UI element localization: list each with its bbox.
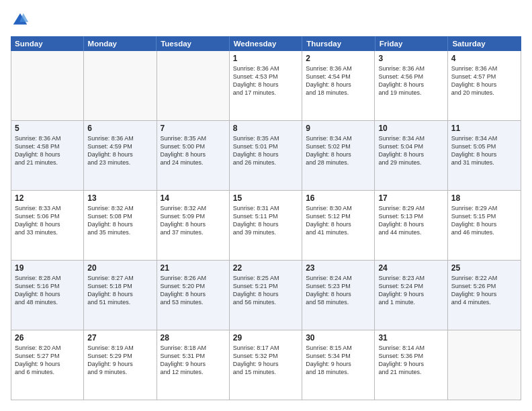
day-number: 6 [87, 124, 152, 133]
cell-info: Sunrise: 8:29 AM Sunset: 5:15 PM Dayligh… [451, 204, 517, 237]
cell-info: Sunrise: 8:36 AM Sunset: 4:58 PM Dayligh… [15, 134, 80, 167]
cal-cell: 27Sunrise: 8:19 AM Sunset: 5:29 PM Dayli… [84, 330, 157, 400]
day-number: 12 [15, 193, 80, 203]
logo [11, 11, 32, 30]
cal-cell: 2Sunrise: 8:36 AM Sunset: 4:54 PM Daylig… [302, 51, 375, 120]
week-row-4: 19Sunrise: 8:28 AM Sunset: 5:16 PM Dayli… [11, 261, 521, 330]
header-cell-saturday: Saturday [448, 36, 521, 51]
cell-info: Sunrise: 8:29 AM Sunset: 5:13 PM Dayligh… [378, 204, 443, 237]
day-number: 17 [378, 193, 443, 203]
cal-cell: 3Sunrise: 8:36 AM Sunset: 4:56 PM Daylig… [375, 51, 447, 120]
day-number: 9 [306, 124, 371, 133]
week-row-1: 1Sunrise: 8:36 AM Sunset: 4:53 PM Daylig… [11, 51, 521, 121]
cal-cell: 10Sunrise: 8:34 AM Sunset: 5:04 PM Dayli… [375, 121, 447, 190]
cal-cell: 22Sunrise: 8:25 AM Sunset: 5:21 PM Dayli… [230, 261, 302, 330]
cell-info: Sunrise: 8:36 AM Sunset: 4:59 PM Dayligh… [87, 134, 152, 167]
cell-info: Sunrise: 8:35 AM Sunset: 5:00 PM Dayligh… [161, 134, 226, 167]
cal-cell: 29Sunrise: 8:17 AM Sunset: 5:32 PM Dayli… [230, 330, 302, 400]
cell-info: Sunrise: 8:23 AM Sunset: 5:24 PM Dayligh… [378, 274, 443, 307]
cell-info: Sunrise: 8:34 AM Sunset: 5:05 PM Dayligh… [451, 134, 517, 167]
day-number: 30 [306, 333, 371, 342]
header-cell-monday: Monday [84, 36, 157, 51]
cell-info: Sunrise: 8:36 AM Sunset: 4:57 PM Dayligh… [451, 64, 517, 97]
cal-cell: 14Sunrise: 8:32 AM Sunset: 5:09 PM Dayli… [157, 191, 230, 260]
day-number: 21 [161, 263, 226, 273]
cell-info: Sunrise: 8:15 AM Sunset: 5:34 PM Dayligh… [306, 344, 371, 377]
cal-cell: 18Sunrise: 8:29 AM Sunset: 5:15 PM Dayli… [448, 191, 521, 260]
cell-info: Sunrise: 8:17 AM Sunset: 5:32 PM Dayligh… [233, 344, 298, 377]
cal-cell: 8Sunrise: 8:35 AM Sunset: 5:01 PM Daylig… [230, 121, 302, 190]
day-number: 24 [378, 263, 443, 273]
cell-info: Sunrise: 8:28 AM Sunset: 5:16 PM Dayligh… [15, 274, 80, 307]
cell-info: Sunrise: 8:36 AM Sunset: 4:56 PM Dayligh… [378, 64, 443, 97]
day-number: 29 [233, 333, 298, 342]
header [11, 11, 521, 30]
cal-cell: 30Sunrise: 8:15 AM Sunset: 5:34 PM Dayli… [302, 330, 375, 400]
cal-cell: 7Sunrise: 8:35 AM Sunset: 5:00 PM Daylig… [157, 121, 230, 190]
cal-cell: 4Sunrise: 8:36 AM Sunset: 4:57 PM Daylig… [448, 51, 521, 120]
header-cell-sunday: Sunday [11, 36, 84, 51]
day-number: 18 [451, 193, 517, 203]
cal-cell: 5Sunrise: 8:36 AM Sunset: 4:58 PM Daylig… [11, 121, 84, 190]
logo-icon [11, 11, 30, 30]
day-number: 8 [233, 124, 298, 133]
cal-cell: 9Sunrise: 8:34 AM Sunset: 5:02 PM Daylig… [302, 121, 375, 190]
header-cell-tuesday: Tuesday [157, 36, 230, 51]
cell-info: Sunrise: 8:33 AM Sunset: 5:06 PM Dayligh… [15, 204, 80, 237]
day-number: 11 [451, 124, 517, 133]
cal-cell: 17Sunrise: 8:29 AM Sunset: 5:13 PM Dayli… [375, 191, 447, 260]
day-number: 26 [15, 333, 80, 342]
header-cell-wednesday: Wednesday [230, 36, 303, 51]
cal-cell [11, 51, 84, 120]
cell-info: Sunrise: 8:36 AM Sunset: 4:53 PM Dayligh… [233, 64, 298, 97]
day-number: 22 [233, 263, 298, 273]
day-number: 7 [161, 124, 226, 133]
cal-cell: 24Sunrise: 8:23 AM Sunset: 5:24 PM Dayli… [375, 261, 447, 330]
day-number: 4 [451, 54, 517, 63]
day-number: 20 [87, 263, 152, 273]
day-number: 5 [15, 124, 80, 133]
cell-info: Sunrise: 8:22 AM Sunset: 5:26 PM Dayligh… [451, 274, 517, 307]
cal-cell: 20Sunrise: 8:27 AM Sunset: 5:18 PM Dayli… [84, 261, 157, 330]
cal-cell: 11Sunrise: 8:34 AM Sunset: 5:05 PM Dayli… [448, 121, 521, 190]
cell-info: Sunrise: 8:32 AM Sunset: 5:09 PM Dayligh… [161, 204, 226, 237]
calendar-body: 1Sunrise: 8:36 AM Sunset: 4:53 PM Daylig… [11, 51, 521, 400]
cal-cell [448, 330, 521, 400]
day-number: 19 [15, 263, 80, 273]
cell-info: Sunrise: 8:34 AM Sunset: 5:04 PM Dayligh… [378, 134, 443, 167]
cell-info: Sunrise: 8:35 AM Sunset: 5:01 PM Dayligh… [233, 134, 298, 167]
cal-cell: 15Sunrise: 8:31 AM Sunset: 5:11 PM Dayli… [230, 191, 302, 260]
cell-info: Sunrise: 8:18 AM Sunset: 5:31 PM Dayligh… [161, 344, 226, 377]
header-cell-friday: Friday [375, 36, 449, 51]
cell-info: Sunrise: 8:31 AM Sunset: 5:11 PM Dayligh… [233, 204, 298, 237]
week-row-2: 5Sunrise: 8:36 AM Sunset: 4:58 PM Daylig… [11, 121, 521, 191]
day-number: 1 [233, 54, 298, 63]
day-number: 28 [161, 333, 226, 342]
cell-info: Sunrise: 8:27 AM Sunset: 5:18 PM Dayligh… [87, 274, 152, 307]
day-number: 14 [161, 193, 226, 203]
cal-cell [157, 51, 230, 120]
cal-cell: 13Sunrise: 8:32 AM Sunset: 5:08 PM Dayli… [84, 191, 157, 260]
calendar: SundayMondayTuesdayWednesdayThursdayFrid… [11, 36, 521, 400]
cell-info: Sunrise: 8:32 AM Sunset: 5:08 PM Dayligh… [87, 204, 152, 237]
cell-info: Sunrise: 8:26 AM Sunset: 5:20 PM Dayligh… [161, 274, 226, 307]
cell-info: Sunrise: 8:25 AM Sunset: 5:21 PM Dayligh… [233, 274, 298, 307]
cal-cell: 31Sunrise: 8:14 AM Sunset: 5:36 PM Dayli… [375, 330, 447, 400]
cell-info: Sunrise: 8:19 AM Sunset: 5:29 PM Dayligh… [87, 344, 152, 377]
day-number: 13 [87, 193, 152, 203]
day-number: 31 [378, 333, 443, 342]
day-number: 23 [306, 263, 371, 273]
week-row-5: 26Sunrise: 8:20 AM Sunset: 5:27 PM Dayli… [11, 330, 521, 400]
cal-cell: 23Sunrise: 8:24 AM Sunset: 5:23 PM Dayli… [302, 261, 375, 330]
header-cell-thursday: Thursday [302, 36, 375, 51]
day-number: 3 [378, 54, 443, 63]
cal-cell: 12Sunrise: 8:33 AM Sunset: 5:06 PM Dayli… [11, 191, 84, 260]
day-number: 2 [306, 54, 371, 63]
calendar-header-row: SundayMondayTuesdayWednesdayThursdayFrid… [11, 36, 521, 51]
cell-info: Sunrise: 8:14 AM Sunset: 5:36 PM Dayligh… [378, 344, 443, 377]
cal-cell: 28Sunrise: 8:18 AM Sunset: 5:31 PM Dayli… [157, 330, 230, 400]
cell-info: Sunrise: 8:20 AM Sunset: 5:27 PM Dayligh… [15, 344, 80, 377]
cal-cell: 26Sunrise: 8:20 AM Sunset: 5:27 PM Dayli… [11, 330, 84, 400]
cal-cell: 21Sunrise: 8:26 AM Sunset: 5:20 PM Dayli… [157, 261, 230, 330]
day-number: 15 [233, 193, 298, 203]
